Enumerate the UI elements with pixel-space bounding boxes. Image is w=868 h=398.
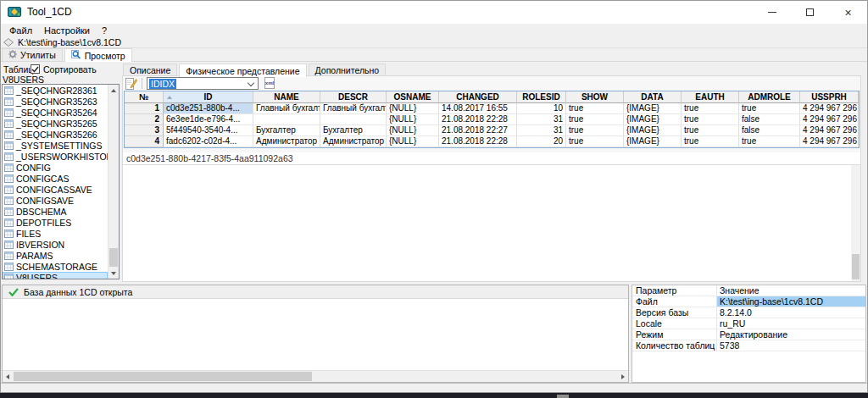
taskbar-item[interactable] (557, 395, 569, 398)
table-list-item[interactable]: _SEQCHNGR35266 (3, 129, 108, 140)
table-list-item[interactable]: IBVERSION (3, 239, 108, 250)
grid-cell[interactable]: true (566, 136, 624, 147)
grid-cell[interactable]: true (682, 125, 739, 136)
tab-utilities[interactable]: Утилиты (2, 48, 63, 61)
table-list-item[interactable]: CONFIGCASSAVE (3, 184, 108, 195)
grid-cell[interactable]: 20 (517, 136, 566, 147)
grid-cell[interactable]: Администратор (320, 136, 387, 147)
table-list-item[interactable]: _SEQCHNGR35264 (3, 107, 108, 118)
grid-cell[interactable]: 6e3ee1de-e796-4... (164, 114, 253, 125)
minimize-button[interactable] (753, 1, 791, 24)
table-list-item[interactable]: _SEQCHNGR28361 (3, 85, 108, 96)
grid-cell[interactable]: true (682, 103, 739, 114)
grid-cell[interactable]: false (739, 125, 800, 136)
grid-cell[interactable]: {NULL} (387, 103, 439, 114)
grid-column-header[interactable]: ROLESID (517, 91, 566, 103)
grid-cell[interactable]: 14.08.2017 16:55 (439, 103, 517, 114)
row-header-cell[interactable]: 2 (125, 114, 164, 125)
grid-cell[interactable]: true (566, 114, 624, 125)
grid-cell[interactable]: 4 294 967 296 (800, 114, 859, 125)
grid-cell[interactable]: 4 294 967 296 (800, 125, 859, 136)
grid-column-header[interactable]: DATA (624, 91, 682, 103)
grid-cell[interactable]: 31 (517, 114, 566, 125)
grid-cell[interactable]: 21.08.2018 22:28 (439, 136, 517, 147)
grid-cell[interactable]: 21.08.2018 22:28 (439, 114, 517, 125)
grid-cell[interactable]: true (682, 136, 739, 147)
tab-additional[interactable]: Дополнительно (309, 64, 387, 76)
grid-column-header[interactable]: EAUTH (682, 91, 739, 103)
table-list-item[interactable]: CONFIGSAVE (3, 195, 108, 206)
table-list-item[interactable]: DEPOTFILES (3, 217, 108, 228)
grid-cell[interactable]: {NULL} (387, 136, 439, 147)
grid-cell[interactable]: Бухгалтер (253, 125, 320, 136)
log-scroll-thumb[interactable] (14, 372, 312, 381)
grid-cell[interactable]: 4 294 967 296 (800, 136, 859, 147)
grid-cell[interactable] (320, 114, 387, 125)
table-list-item[interactable]: PARAMS (3, 250, 108, 261)
row-header-cell[interactable]: 3 (125, 125, 164, 136)
grid-cell[interactable]: {IMAGE} (624, 114, 682, 125)
grid-cell[interactable]: true (739, 103, 800, 114)
table-list-item[interactable]: CONFIGCAS (3, 173, 108, 184)
tab-description[interactable]: Описание (123, 64, 177, 76)
grid-cell[interactable]: true (739, 136, 800, 147)
scroll-up-button[interactable] (108, 85, 119, 96)
grid-cell[interactable]: Главный бухгалт (253, 103, 320, 114)
menu-help[interactable]: ? (96, 25, 113, 36)
grid-cell[interactable]: 31 (517, 125, 566, 136)
panel-scroll-thumb[interactable] (852, 254, 860, 279)
tab-physical[interactable]: Физическое представление (179, 64, 306, 77)
table-list-item[interactable]: V8USERS (3, 272, 108, 279)
menu-file[interactable]: Файл (3, 25, 38, 36)
table-list-item[interactable]: CONFIG (3, 162, 108, 173)
index-combobox[interactable]: IDIDX (147, 77, 259, 90)
export-xml-button[interactable]: xml (263, 77, 276, 90)
tab-view[interactable]: Просмотр (64, 48, 132, 62)
table-list-item[interactable]: FILES (3, 228, 108, 239)
table-list-item[interactable]: _SYSTEMSETTINGS (3, 140, 108, 151)
grid-cell[interactable]: true (566, 125, 624, 136)
grid-column-header[interactable]: USSPRH (800, 91, 859, 103)
row-header-cell[interactable]: 4 (125, 136, 164, 147)
table-list-item[interactable]: SCHEMASTORAGE (3, 261, 108, 272)
tables-scrollbar[interactable] (108, 85, 119, 279)
grid-cell[interactable]: fadc6202-c02d-4... (164, 136, 253, 147)
table-list-item[interactable]: DBSCHEMA (3, 206, 108, 217)
param-value[interactable]: K:\test\ing-base\1cv8.1CD (717, 296, 865, 307)
grid-cell[interactable]: {NULL} (387, 114, 439, 125)
grid-cell[interactable]: true (566, 103, 624, 114)
grid-cell[interactable]: Главный бухгалт (320, 103, 387, 114)
table-list-item[interactable]: _USERSWORKHISTORY (3, 151, 108, 162)
grid-cell[interactable]: false (739, 114, 800, 125)
edit-record-button[interactable] (125, 77, 137, 90)
log-horizontal-scrollbar[interactable] (3, 370, 628, 382)
grid-cell[interactable]: 4 294 967 296 (800, 103, 859, 114)
grid-cell[interactable]: Бухгалтер (320, 125, 387, 136)
grid-cell[interactable]: {IMAGE} (624, 103, 682, 114)
grid-cell[interactable]: {IMAGE} (624, 136, 682, 147)
grid-cell[interactable]: Администратор (253, 136, 320, 147)
scroll-left-button[interactable] (3, 371, 13, 382)
scroll-right-button[interactable] (618, 371, 628, 382)
grid-column-header[interactable]: ADMROLE (739, 91, 800, 103)
panel-vertical-scrollbar[interactable] (851, 165, 860, 281)
grid-cell[interactable]: 21.08.2018 22:27 (439, 125, 517, 136)
sort-checkbox[interactable] (31, 64, 40, 74)
grid-cell[interactable]: {NULL} (387, 125, 439, 136)
scroll-thumb[interactable] (109, 248, 118, 267)
maximize-button[interactable] (791, 1, 829, 24)
grid-cell[interactable]: {IMAGE} (624, 125, 682, 136)
table-list-item[interactable]: _SEQCHNGR35265 (3, 118, 108, 129)
grid-cell[interactable]: true (682, 114, 739, 125)
grid-column-header[interactable]: NAME (253, 91, 320, 103)
grid-column-header[interactable]: OSNAME (387, 91, 439, 103)
grid-cell[interactable] (253, 114, 320, 125)
close-button[interactable]: × (829, 1, 867, 24)
grid-column-header[interactable]: DESCR (320, 91, 387, 103)
grid-column-header[interactable]: CHANGED (439, 91, 517, 103)
menu-settings[interactable]: Настройки (38, 25, 96, 36)
grid-column-header[interactable]: № (125, 91, 164, 103)
table-list-item[interactable]: _SEQCHNGR35263 (3, 96, 108, 107)
grid-cell[interactable]: 10 (517, 103, 566, 114)
scroll-down-button[interactable] (108, 268, 119, 279)
